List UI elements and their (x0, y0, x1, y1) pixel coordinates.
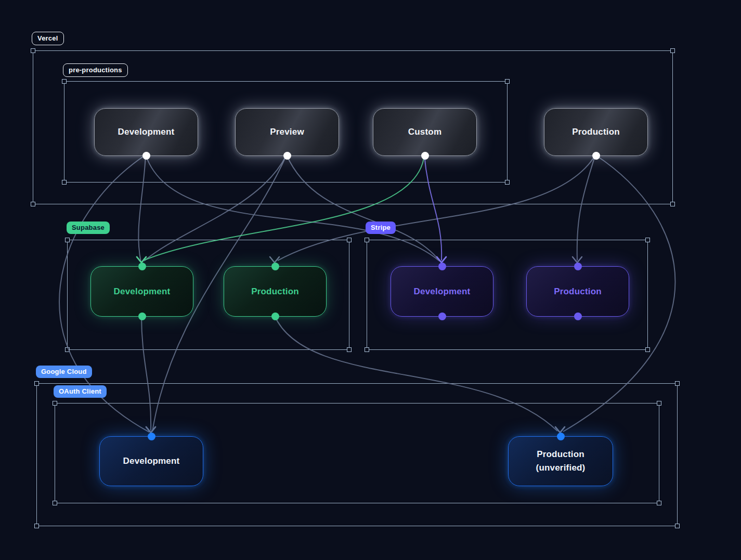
node-label: Development (105, 286, 180, 297)
edge-vercel_production-to-stripe_production[interactable] (577, 155, 595, 261)
group-label-supabase[interactable]: Supabase (67, 222, 110, 234)
connection-port[interactable] (438, 263, 446, 270)
node-label: Production (242, 286, 308, 297)
node-label: Development (114, 456, 189, 466)
group-label-pre-productions[interactable]: pre-productions (63, 63, 128, 77)
connection-port[interactable] (138, 312, 146, 320)
edge-vercel_preview-to-supabase_development[interactable] (144, 155, 287, 261)
node-label: Preview (261, 127, 314, 137)
node-stripe-development[interactable]: Development (391, 266, 493, 317)
connection-port[interactable] (142, 152, 150, 160)
edge-supabase_development-to-gcloud_development[interactable] (141, 316, 151, 431)
connection-port[interactable] (138, 263, 146, 270)
edge-vercel_production-to-supabase_production[interactable] (278, 155, 595, 261)
node-supabase-production[interactable]: Production (224, 266, 327, 317)
connection-port[interactable] (574, 263, 582, 270)
connection-port[interactable] (574, 312, 582, 320)
edge-supabase_production-to-gcloud_production[interactable] (275, 316, 557, 431)
node-gcloud-production[interactable]: Production (unverified) (508, 436, 613, 486)
node-label: Development (405, 286, 480, 297)
node-stripe-production[interactable]: Production (526, 266, 629, 317)
node-label: Custom (399, 127, 451, 137)
connection-port[interactable] (557, 433, 565, 440)
node-vercel-preview[interactable]: Preview (235, 108, 339, 156)
node-label: Production (unverified) (512, 448, 609, 475)
node-label: Development (109, 127, 184, 137)
edge-vercel_custom-to-supabase_development[interactable] (145, 155, 424, 260)
edge-vercel_development-to-stripe_development[interactable] (146, 155, 439, 261)
arrowhead (270, 257, 279, 263)
node-vercel-custom[interactable]: Custom (373, 108, 477, 156)
node-gcloud-development[interactable]: Development (99, 436, 203, 486)
connection-port[interactable] (271, 263, 279, 270)
edge-vercel_preview-to-stripe_development[interactable] (287, 155, 439, 261)
group-label-vercel[interactable]: Vercel (32, 32, 64, 45)
group-label-stripe[interactable]: Stripe (366, 222, 396, 234)
node-vercel-production[interactable]: Production (544, 108, 648, 156)
node-label: Production (563, 127, 629, 137)
connection-port[interactable] (421, 152, 429, 160)
connection-port[interactable] (592, 152, 600, 160)
edge-vercel_development-to-supabase_development[interactable] (138, 155, 146, 262)
edge-vercel_custom-to-stripe_development[interactable] (424, 155, 441, 261)
node-label: Production (544, 286, 611, 297)
connection-port[interactable] (148, 433, 155, 440)
connection-port[interactable] (438, 312, 446, 320)
node-supabase-development[interactable]: Development (90, 266, 193, 317)
group-label-google-cloud[interactable]: Google Cloud (36, 366, 92, 378)
connection-port[interactable] (283, 152, 291, 160)
node-vercel-development[interactable]: Development (94, 108, 198, 156)
diagram-canvas: Vercel pre-productions Supabase Stripe G… (0, 0, 741, 560)
group-label-oauth-client[interactable]: OAuth Client (54, 385, 107, 398)
connection-port[interactable] (271, 312, 279, 320)
